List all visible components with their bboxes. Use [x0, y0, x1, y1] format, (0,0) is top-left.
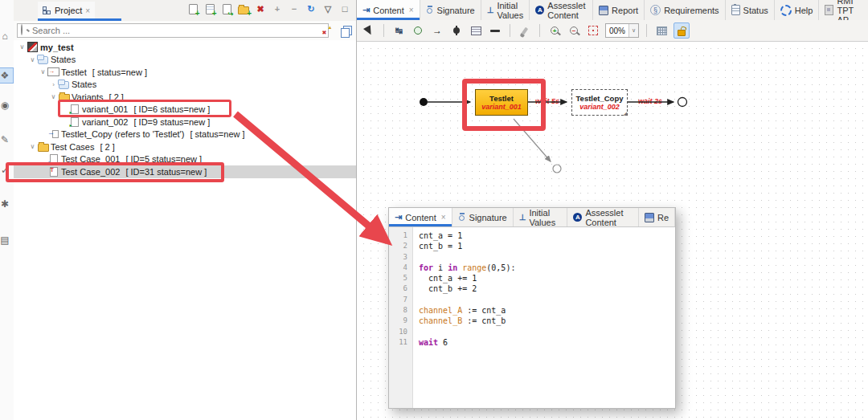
tab-status[interactable]: Status	[726, 0, 775, 20]
testlet-copy-state-box[interactable]: Testlet_Copy variant_002 ◢	[571, 89, 628, 116]
search-input[interactable]	[17, 23, 329, 38]
tab-label: Status	[743, 6, 768, 15]
tree-item-variant-002[interactable]: variant_002[ ID=9 status=new ]	[14, 116, 356, 128]
edit-icon[interactable]: ✎	[0, 133, 13, 147]
states-icon	[37, 55, 49, 64]
maximize-icon[interactable]: □	[338, 2, 351, 15]
tab-re[interactable]: Re	[639, 208, 675, 226]
chevron-down-icon[interactable]: ∨	[39, 68, 47, 75]
tree-item-states[interactable]: ∨States	[14, 54, 356, 67]
home-icon[interactable]: ⌂	[0, 29, 13, 43]
tree-item-meta: [ status=new ]	[92, 67, 147, 77]
state-tool-button[interactable]: ↹	[391, 23, 406, 38]
tree-item-testlet-copy-refers-to-testlet[interactable]: Testlet_Copy (refers to 'Testlet')[ stat…	[14, 128, 356, 141]
tree-item-label: variant_001	[82, 104, 129, 114]
grid-button[interactable]	[654, 23, 669, 38]
new-folder-icon[interactable]	[237, 2, 250, 15]
close-icon[interactable]: ×	[441, 213, 446, 222]
zoom-out-button[interactable]: −	[567, 23, 581, 38]
select-tool-button[interactable]	[362, 23, 376, 38]
image-icon[interactable]: ▤	[0, 233, 13, 247]
tab-signature[interactable]: Signature	[452, 208, 514, 226]
tab-initial-values[interactable]: ⊥Initial Values	[481, 0, 530, 20]
code-line[interactable]: 1cnt_a = 1	[389, 230, 675, 241]
tools-icon[interactable]: ✱	[0, 197, 13, 211]
tree-item-label: Test Case_002	[61, 167, 120, 177]
code-line[interactable]: 4for i in range(0,5):	[389, 263, 675, 273]
tree-item-my-test[interactable]: ∨my_test	[14, 41, 356, 54]
tab-report[interactable]: Report	[593, 0, 645, 20]
tab-initial-values[interactable]: ⊥Initial Values	[514, 208, 568, 226]
chevron-down-icon[interactable]: ∨	[28, 56, 37, 63]
format-brush-button[interactable]	[518, 23, 532, 38]
line-tool-button[interactable]	[488, 23, 502, 38]
chevron-down-icon[interactable]: ∨	[18, 43, 27, 51]
tab-signature[interactable]: Signature	[420, 0, 481, 20]
tree-item-variant-001[interactable]: variant_001[ ID=6 status=new ]	[14, 104, 356, 116]
link-icon[interactable]: ◉	[0, 98, 13, 112]
tree-item-variants[interactable]: ∨Variants[ 2 ]	[14, 91, 356, 104]
code-editor[interactable]: 1cnt_a = 12cnt_b = 134for i in range(0,5…	[389, 227, 675, 408]
zoom-fit-button[interactable]	[586, 23, 600, 38]
code-line[interactable]: 2cnt_b = 1	[389, 241, 675, 251]
final-node[interactable]	[678, 98, 687, 107]
code-line[interactable]: 9channel_B := cnt_b	[389, 316, 675, 326]
tree-item-test-cases[interactable]: ∨Test Cases[ 2 ]	[14, 141, 356, 153]
duplicates-icon[interactable]	[340, 24, 353, 37]
code-line[interactable]: 10	[389, 327, 675, 337]
dropdown-icon[interactable]: ▽	[321, 2, 334, 15]
line-number: 4	[389, 263, 412, 273]
close-icon[interactable]: ×	[409, 6, 414, 14]
refresh-icon[interactable]: ↻	[305, 2, 317, 15]
code-line[interactable]: 6 cnt_b += 2	[389, 283, 675, 294]
tree-item-test-case-001[interactable]: Test Case_001[ ID=5 status=new ]	[14, 153, 356, 166]
code-line[interactable]: 7	[389, 295, 675, 305]
tab-content[interactable]: ⇥Content×	[389, 208, 452, 226]
code-token: i	[433, 263, 448, 272]
junction-node[interactable]	[553, 165, 561, 173]
tab-rmi-tpt-ap[interactable]: RMI TPT AP	[819, 0, 868, 20]
lock-button[interactable]	[674, 22, 690, 39]
tab-project[interactable]: Project ×	[38, 2, 95, 19]
junction-tool-button[interactable]	[411, 23, 425, 38]
project-view-icon[interactable]: ❖	[0, 67, 14, 84]
textbox-tool-icon	[471, 27, 481, 35]
import-icon[interactable]	[220, 2, 233, 15]
collapse-all-icon[interactable]: −	[288, 2, 301, 15]
final-state-tool-button[interactable]	[449, 23, 464, 38]
tree-item-meta: [ ID=31 status=new ]	[125, 167, 207, 177]
transition-tool-button[interactable]: →	[430, 23, 444, 38]
tree-item-states[interactable]: ›States	[14, 79, 356, 92]
search-icon	[21, 24, 23, 35]
chevron-down-icon[interactable]: ∨	[628, 24, 638, 37]
close-icon[interactable]: ×	[85, 6, 90, 15]
zoom-in-button[interactable]: +	[547, 23, 562, 38]
tree-item-test-case-002[interactable]: Test Case_002[ ID=31 status=new ]	[14, 165, 356, 178]
chevron-down-icon[interactable]: ∨	[49, 93, 58, 100]
initial-node[interactable]	[420, 98, 428, 106]
chevron-right-icon[interactable]: ›	[49, 81, 58, 88]
code-line[interactable]: 3	[389, 252, 675, 263]
tab-assesslet-content[interactable]: Assesslet Content	[567, 208, 639, 226]
code-line[interactable]: 5 cnt_a += 1	[389, 273, 675, 283]
zoom-level-combo[interactable]: 00%∨	[605, 23, 639, 38]
initial-values-icon: ⊥	[519, 213, 526, 222]
textbox-tool-button[interactable]	[469, 23, 483, 38]
code-line[interactable]: 8channel_A := cnt_a	[389, 305, 675, 316]
filter-icon[interactable]	[321, 24, 334, 37]
tree-item-testlet[interactable]: ∨Testlet[ status=new ]	[14, 66, 356, 79]
check-icon[interactable]: ✓	[0, 163, 13, 177]
tab-help[interactable]: Help	[775, 0, 820, 20]
code-line[interactable]: 11wait 6	[389, 337, 675, 348]
project-toolbar: ✖+−↻▽□	[186, 2, 351, 15]
tab-label: Assesslet Content	[547, 1, 587, 20]
tab-requirements[interactable]: Requirements	[645, 0, 725, 20]
code-token: (0,5):	[486, 263, 515, 272]
new-testlet-icon[interactable]	[203, 2, 216, 15]
delete-icon[interactable]: ✖	[254, 2, 267, 15]
new-file-icon[interactable]	[186, 2, 199, 15]
chevron-down-icon[interactable]: ∨	[28, 143, 37, 150]
tab-content[interactable]: ⇥Content×	[357, 0, 420, 20]
tab-assesslet-content[interactable]: Assesslet Content	[530, 0, 593, 20]
expand-all-icon[interactable]: +	[271, 2, 284, 15]
